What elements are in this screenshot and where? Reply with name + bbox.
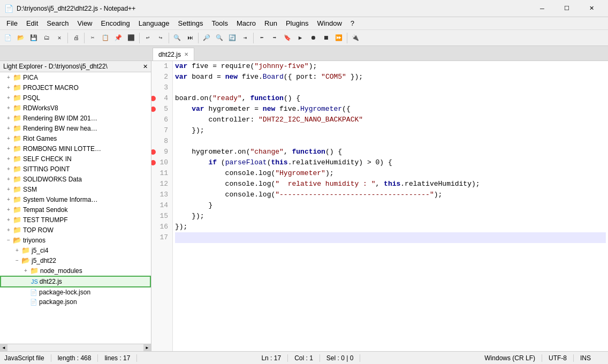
status-insert-mode: INS xyxy=(580,354,597,362)
tree-item-package-lock[interactable]: 📄 package-lock.json xyxy=(0,287,151,297)
sidebar-horizontal-scrollbar[interactable]: ◀ ▶ xyxy=(0,344,151,351)
folder-icon: 📁 xyxy=(13,104,21,112)
zoom-out-button[interactable]: 🔍 xyxy=(214,32,225,44)
redo-button[interactable]: ↪ xyxy=(155,32,166,44)
tree-item-triyonos[interactable]: − 📂 triyonos xyxy=(0,235,151,245)
close-button[interactable]: ✕ xyxy=(579,0,604,17)
expand-icon: + xyxy=(4,125,13,131)
zoom-in-button[interactable]: 🔎 xyxy=(201,32,212,44)
tree-item-system-volume[interactable]: + 📁 System Volume Informa… xyxy=(0,194,151,204)
run-macro-button[interactable]: ▶ xyxy=(294,32,306,44)
plugin-button[interactable]: 🔌 xyxy=(349,32,361,44)
tree-item-node-modules[interactable]: + 📁 node_modules xyxy=(0,266,151,276)
tree-item-project-macro[interactable]: + 📁 PROJECT MACRO xyxy=(0,82,151,93)
tree-item-test-trumpf[interactable]: + 📁 TEST TRUMPF xyxy=(0,215,151,225)
status-file-type: JavaScript file xyxy=(4,354,51,362)
folder-icon: 📁 xyxy=(13,84,21,92)
window-title: D:\triyonos\j5_dht22\dht22.js - Notepad+… xyxy=(17,5,530,12)
scroll-left-arrow[interactable]: ◀ xyxy=(0,344,7,352)
tab-close-icon[interactable]: ✕ xyxy=(184,51,188,57)
close-button2[interactable]: ✕ xyxy=(54,32,65,44)
tree-item-rendering-bw-new[interactable]: + 📁 Rendering BW new hea… xyxy=(0,123,151,133)
select-all-button[interactable]: ⬛ xyxy=(125,32,137,44)
stop-macro-button[interactable]: ⏹ xyxy=(320,32,332,44)
tab-label: dht22.js xyxy=(158,51,181,58)
indent-button[interactable]: ⬅ xyxy=(256,32,268,44)
tree-item-sitting-point[interactable]: + 📁 SITTING POINT xyxy=(0,164,151,174)
line-num-8: 8 xyxy=(154,136,168,147)
file-js-icon: JS xyxy=(31,278,38,285)
record-macro-button[interactable]: ⏺ xyxy=(307,32,319,44)
menu-macro[interactable]: Macro xyxy=(232,18,260,28)
menu-window[interactable]: Window xyxy=(313,18,346,28)
find-next-button[interactable]: ⏭ xyxy=(184,32,196,44)
tree-item-self-check-in[interactable]: + 📁 SELF CHECK IN xyxy=(0,154,151,164)
menu-edit[interactable]: Edit xyxy=(22,18,42,28)
tab-dht22[interactable]: dht22.js ✕ xyxy=(153,48,194,60)
tree-label: dht22.js xyxy=(40,278,62,285)
menu-plugins[interactable]: Plugins xyxy=(282,18,313,28)
tree-item-top-row[interactable]: + 📁 TOP ROW xyxy=(0,225,151,235)
expand-icon: + xyxy=(21,268,30,274)
tree-item-tempat-sendok[interactable]: + 📁 Tempat Sendok xyxy=(0,204,151,215)
menu-language[interactable]: Language xyxy=(134,18,174,28)
tree-item-package-json[interactable]: 📄 package.json xyxy=(0,297,151,307)
tree-item-j5-dht22[interactable]: − 📂 j5_dht22 xyxy=(0,255,151,266)
line-num-1: 1 xyxy=(154,61,168,72)
sep3 xyxy=(139,33,140,43)
tree-item-rdworksv8[interactable]: + 📁 RDWorksV8 xyxy=(0,103,151,113)
sidebar: Light Explorer - D:\triyonos\j5_dht22\ ✕… xyxy=(0,61,151,351)
menu-encoding[interactable]: Encoding xyxy=(97,18,134,28)
folder-icon: 📁 xyxy=(13,226,21,234)
paste-button[interactable]: 📌 xyxy=(112,32,124,44)
tree-item-psql[interactable]: + 📁 PSQL xyxy=(0,93,151,103)
wrap-button[interactable]: ⇥ xyxy=(239,32,251,44)
tree-item-rombong[interactable]: + 📁 ROMBONG MINI LOTTE… xyxy=(0,143,151,154)
outdent-button[interactable]: ➡ xyxy=(269,32,280,44)
run-saved-macro-button[interactable]: ⏩ xyxy=(333,32,345,44)
tree-item-j5-ci4[interactable]: + 📁 j5_ci4 xyxy=(0,245,151,255)
menu-view[interactable]: View xyxy=(73,18,97,28)
sync-button[interactable]: 🔄 xyxy=(226,32,238,44)
scroll-right-arrow[interactable]: ▶ xyxy=(143,344,151,352)
tree-item-ssm[interactable]: + 📁 SSM xyxy=(0,184,151,194)
find-button[interactable]: 🔍 xyxy=(171,32,183,44)
save-button[interactable]: 💾 xyxy=(28,32,40,44)
print-button[interactable]: 🖨 xyxy=(70,32,82,44)
code-content: 1 2 3 4 5 6 7 8 9 10 11 12 xyxy=(151,61,608,351)
cut-button[interactable]: ✂ xyxy=(87,32,98,44)
menu-run[interactable]: Run xyxy=(260,18,282,28)
expand-icon: + xyxy=(4,207,13,213)
tree-item-pica[interactable]: + 📁 PICA xyxy=(0,72,151,82)
sidebar-close-icon[interactable]: ✕ xyxy=(143,63,148,70)
sidebar-tree[interactable]: + 📁 PICA + 📁 PROJECT MACRO + 📁 PSQL xyxy=(0,72,151,344)
scroll-track[interactable] xyxy=(7,344,143,352)
bookmark-button[interactable]: 🔖 xyxy=(282,32,293,44)
tree-item-riot-games[interactable]: + 📁 Riot Games xyxy=(0,133,151,143)
code-line-13: console.log("---------------------------… xyxy=(175,189,606,200)
menu-help[interactable]: ? xyxy=(346,18,359,28)
folder-icon: 📁 xyxy=(13,145,21,153)
folder-icon: 📁 xyxy=(13,155,21,163)
tree-item-dht22-js[interactable]: JS dht22.js xyxy=(0,276,151,287)
folder-icon: 📂 xyxy=(21,256,30,264)
maximize-button[interactable]: ☐ xyxy=(554,0,579,17)
save-all-button[interactable]: 🗂 xyxy=(41,32,52,44)
menu-settings[interactable]: Settings xyxy=(174,18,208,28)
menu-file[interactable]: File xyxy=(2,18,22,28)
tree-item-solidworks[interactable]: + 📁 SOLIDWORKS Data xyxy=(0,174,151,184)
folder-icon: 📁 xyxy=(13,206,21,214)
expand-icon: + xyxy=(4,166,13,172)
menu-search[interactable]: Search xyxy=(42,18,73,28)
folder-icon: 📁 xyxy=(13,94,21,102)
undo-button[interactable]: ↩ xyxy=(142,32,154,44)
open-button[interactable]: 📂 xyxy=(15,32,27,44)
code-line-12: console.log(" relative humidity : ", thi… xyxy=(175,179,606,189)
tree-item-rendering-bw-idm[interactable]: + 📁 Rendering BW IDM 201… xyxy=(0,113,151,123)
new-button[interactable]: 📄 xyxy=(2,32,14,44)
menu-tools[interactable]: Tools xyxy=(208,18,232,28)
code-lines[interactable]: var five = require("johnny-five"); var b… xyxy=(173,61,608,351)
minimize-button[interactable]: ─ xyxy=(530,0,554,17)
copy-button[interactable]: 📋 xyxy=(100,32,111,44)
code-area[interactable]: 1 2 3 4 5 6 7 8 9 10 11 12 xyxy=(151,61,608,351)
